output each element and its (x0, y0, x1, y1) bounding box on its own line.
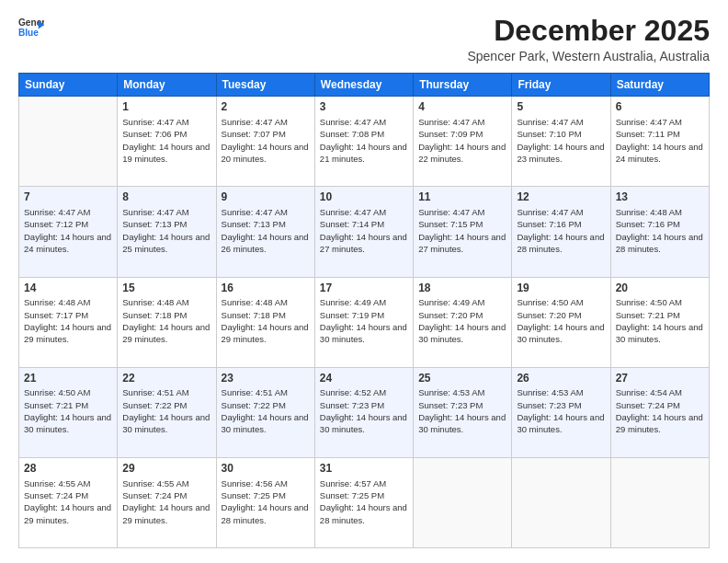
calendar-day: 1 Sunrise: 4:47 AM Sunset: 7:06 PM Dayli… (118, 97, 216, 187)
svg-text:Blue: Blue (18, 28, 39, 38)
sunrise-text: Sunrise: 4:48 AM (616, 207, 682, 217)
calendar-week-3: 14 Sunrise: 4:48 AM Sunset: 7:17 PM Dayl… (19, 277, 710, 367)
day-number: 6 (616, 99, 704, 115)
sunrise-text: Sunrise: 4:55 AM (24, 478, 90, 488)
sunrise-text: Sunrise: 4:48 AM (24, 297, 90, 307)
day-number: 18 (418, 281, 506, 296)
title-block: December 2025 Spencer Park, Western Aust… (467, 15, 710, 63)
calendar-day: 22 Sunrise: 4:51 AM Sunset: 7:22 PM Dayl… (118, 367, 216, 457)
col-tuesday: Tuesday (216, 74, 314, 97)
calendar-day: 21 Sunrise: 4:50 AM Sunset: 7:21 PM Dayl… (19, 367, 118, 457)
header-row: Sunday Monday Tuesday Wednesday Thursday… (19, 74, 710, 97)
sunset-text: Sunset: 7:11 PM (616, 129, 680, 139)
calendar-day (414, 457, 512, 547)
sunrise-text: Sunrise: 4:49 AM (320, 297, 386, 307)
sunrise-text: Sunrise: 4:48 AM (222, 297, 288, 307)
sunset-text: Sunset: 7:21 PM (24, 400, 88, 410)
calendar-day: 6 Sunrise: 4:47 AM Sunset: 7:11 PM Dayli… (610, 97, 709, 187)
sunset-text: Sunset: 7:08 PM (320, 129, 384, 139)
sunset-text: Sunset: 7:16 PM (517, 219, 581, 229)
day-number: 7 (24, 190, 112, 205)
calendar-day: 15 Sunrise: 4:48 AM Sunset: 7:18 PM Dayl… (118, 277, 216, 367)
calendar-day: 8 Sunrise: 4:47 AM Sunset: 7:13 PM Dayli… (118, 187, 216, 277)
calendar-day: 12 Sunrise: 4:47 AM Sunset: 7:16 PM Dayl… (512, 187, 610, 277)
day-number: 11 (418, 190, 506, 205)
sunset-text: Sunset: 7:16 PM (616, 219, 680, 229)
daylight-text: Daylight: 14 hours and 30 minutes. (122, 412, 210, 434)
day-number: 24 (320, 371, 408, 386)
calendar-day: 27 Sunrise: 4:54 AM Sunset: 7:24 PM Dayl… (610, 367, 709, 457)
day-number: 20 (616, 281, 704, 296)
daylight-text: Daylight: 14 hours and 28 minutes. (517, 232, 604, 254)
sunrise-text: Sunrise: 4:47 AM (320, 117, 386, 127)
day-number: 9 (222, 190, 310, 205)
daylight-text: Daylight: 14 hours and 30 minutes. (616, 322, 703, 344)
daylight-text: Daylight: 14 hours and 30 minutes. (24, 412, 111, 434)
calendar-day: 2 Sunrise: 4:47 AM Sunset: 7:07 PM Dayli… (216, 97, 314, 187)
sunset-text: Sunset: 7:24 PM (24, 490, 88, 500)
day-number: 29 (122, 461, 210, 477)
day-number: 25 (418, 371, 506, 386)
sunrise-text: Sunrise: 4:47 AM (418, 117, 484, 127)
calendar-day: 28 Sunrise: 4:55 AM Sunset: 7:24 PM Dayl… (19, 457, 118, 547)
calendar-day: 17 Sunrise: 4:49 AM Sunset: 7:19 PM Dayl… (314, 277, 413, 367)
day-number: 30 (222, 461, 310, 477)
sunrise-text: Sunrise: 4:56 AM (222, 478, 288, 488)
sunset-text: Sunset: 7:09 PM (418, 129, 483, 139)
sunset-text: Sunset: 7:25 PM (222, 490, 286, 500)
main-title: December 2025 (467, 15, 710, 47)
calendar-day: 29 Sunrise: 4:55 AM Sunset: 7:24 PM Dayl… (118, 457, 216, 547)
sunset-text: Sunset: 7:23 PM (320, 400, 384, 410)
sunrise-text: Sunrise: 4:55 AM (122, 478, 188, 488)
day-number: 26 (517, 371, 605, 386)
day-number: 13 (616, 190, 704, 205)
sunrise-text: Sunrise: 4:57 AM (320, 478, 386, 488)
daylight-text: Daylight: 14 hours and 30 minutes. (418, 412, 506, 434)
sunset-text: Sunset: 7:10 PM (517, 129, 581, 139)
calendar-day: 26 Sunrise: 4:53 AM Sunset: 7:23 PM Dayl… (512, 367, 610, 457)
day-number: 10 (320, 190, 408, 205)
daylight-text: Daylight: 14 hours and 30 minutes. (517, 412, 604, 434)
sunrise-text: Sunrise: 4:47 AM (320, 207, 386, 217)
calendar-day (19, 97, 118, 187)
day-number: 19 (517, 281, 605, 296)
day-number: 1 (122, 99, 210, 115)
sunrise-text: Sunrise: 4:53 AM (418, 387, 484, 397)
daylight-text: Daylight: 14 hours and 22 minutes. (418, 142, 506, 164)
sunrise-text: Sunrise: 4:50 AM (24, 387, 90, 397)
sunrise-text: Sunrise: 4:47 AM (616, 117, 682, 127)
calendar-day (512, 457, 610, 547)
sunrise-text: Sunrise: 4:47 AM (222, 117, 288, 127)
day-number: 22 (122, 371, 210, 386)
sunset-text: Sunset: 7:21 PM (616, 310, 680, 320)
day-number: 2 (222, 99, 310, 115)
sunrise-text: Sunrise: 4:52 AM (320, 387, 386, 397)
sunset-text: Sunset: 7:07 PM (222, 129, 286, 139)
calendar-day: 10 Sunrise: 4:47 AM Sunset: 7:14 PM Dayl… (314, 187, 413, 277)
sunset-text: Sunset: 7:18 PM (222, 310, 286, 320)
sunset-text: Sunset: 7:24 PM (122, 490, 187, 500)
calendar-day: 30 Sunrise: 4:56 AM Sunset: 7:25 PM Dayl… (216, 457, 314, 547)
sunrise-text: Sunrise: 4:50 AM (616, 297, 682, 307)
daylight-text: Daylight: 14 hours and 29 minutes. (222, 322, 309, 344)
calendar-day: 16 Sunrise: 4:48 AM Sunset: 7:18 PM Dayl… (216, 277, 314, 367)
sunrise-text: Sunrise: 4:50 AM (517, 297, 583, 307)
day-number: 8 (122, 190, 210, 205)
calendar-day: 7 Sunrise: 4:47 AM Sunset: 7:12 PM Dayli… (19, 187, 118, 277)
daylight-text: Daylight: 14 hours and 21 minutes. (320, 142, 407, 164)
sunrise-text: Sunrise: 4:53 AM (517, 387, 583, 397)
daylight-text: Daylight: 14 hours and 28 minutes. (222, 502, 309, 524)
day-number: 23 (222, 371, 310, 386)
calendar-day: 18 Sunrise: 4:49 AM Sunset: 7:20 PM Dayl… (414, 277, 512, 367)
daylight-text: Daylight: 14 hours and 27 minutes. (418, 232, 506, 254)
daylight-text: Daylight: 14 hours and 26 minutes. (222, 232, 309, 254)
sunset-text: Sunset: 7:18 PM (122, 310, 187, 320)
calendar-day: 4 Sunrise: 4:47 AM Sunset: 7:09 PM Dayli… (414, 97, 512, 187)
day-number: 12 (517, 190, 605, 205)
sunset-text: Sunset: 7:19 PM (320, 310, 384, 320)
daylight-text: Daylight: 14 hours and 25 minutes. (122, 232, 210, 254)
calendar-day: 24 Sunrise: 4:52 AM Sunset: 7:23 PM Dayl… (314, 367, 413, 457)
sunrise-text: Sunrise: 4:47 AM (24, 207, 90, 217)
sunrise-text: Sunrise: 4:54 AM (616, 387, 682, 397)
daylight-text: Daylight: 14 hours and 24 minutes. (24, 232, 111, 254)
